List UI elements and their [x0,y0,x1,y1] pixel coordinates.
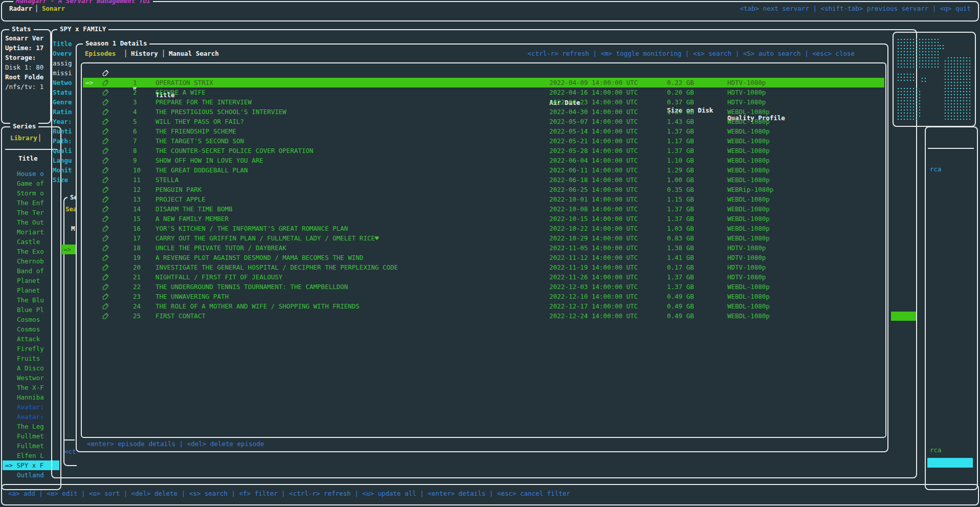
episode-number: 22 [133,282,141,292]
monitored-tag-icon[interactable] [102,128,109,135]
episode-row[interactable]: 9SHOW OFF HOW IN LOVE YOU ARE2022-06-04 … [83,156,884,165]
monitored-tag-icon[interactable] [102,196,109,203]
monitored-tag-icon[interactable] [102,177,109,183]
episode-row[interactable]: 5WILL THEY PASS OR FAIL?2022-05-07 14:00… [83,117,884,126]
monitored-tag-icon[interactable] [102,313,109,319]
episode-size: 1.41 GB [667,253,694,262]
sidebar-series-item[interactable]: Hanniba [17,392,44,402]
seasons-selected-row-fragment[interactable]: => [62,245,76,254]
sidebar-series-item[interactable]: Band of [17,266,44,276]
sidebar-series-item[interactable]: Storm o [17,188,44,198]
episode-quality-profile: WEBDL-1080p [727,165,770,175]
monitored-tag-icon[interactable] [102,254,109,261]
sidebar-series-item[interactable]: Elfen L [17,451,44,460]
series-field-label: Genre [53,98,76,106]
episode-row[interactable]: =>1OPERATION STRIX2022-04-09 14:00:00 UT… [83,78,884,87]
monitored-tag-icon[interactable] [102,245,109,251]
episode-row[interactable]: 24THE ROLE OF A MOTHER AND WIFE / SHOPPI… [83,301,884,311]
monitored-tag-icon[interactable] [102,215,109,222]
episode-row[interactable]: 3PREPARE FOR THE INTERVIEW2022-04-23 14:… [83,97,884,107]
sidebar-series-item[interactable]: House o [17,169,44,179]
episode-size: 0.37 GB [667,97,694,107]
series-field-label: Quali [53,147,76,155]
episode-row[interactable]: 11STELLA2022-06-18 14:00:00 UTC1.00 GBWE… [83,175,884,185]
sidebar-series-item[interactable]: Blue Pl [17,305,44,315]
episode-row[interactable]: 7THE TARGET'S SECOND SON2022-05-21 14:00… [83,136,884,146]
sidebar-series-item[interactable]: The Out [17,217,44,227]
monitored-tag-icon[interactable] [102,235,109,241]
episode-row[interactable]: 6THE FRIENDSHIP SCHEME2022-05-14 14:00:0… [83,126,884,136]
tab-episodes[interactable]: Episodes [85,50,116,57]
monitored-tag-icon[interactable] [102,283,109,290]
monitored-tag-icon[interactable] [102,186,109,193]
monitored-tag-icon[interactable] [102,303,109,310]
monitored-tag-icon[interactable] [102,79,109,86]
tab-history[interactable]: History [131,50,158,57]
monitored-tag-icon[interactable] [102,157,109,164]
sidebar-series-item[interactable]: Chernob [17,256,44,266]
episode-row[interactable]: 19A REVENGE PLOT AGAINST DESMOND / MAMA … [83,253,884,262]
episode-row[interactable]: 18UNCLE THE PRIVATE TUTOR / DAYBREAK2022… [83,243,884,253]
episode-row[interactable]: 16YOR'S KITCHEN / THE INFORMANT'S GREAT … [83,224,884,233]
episode-row[interactable]: 23THE UNWAVERING PATH2022-12-10 14:00:00… [83,292,884,301]
episode-row[interactable]: 10THE GREAT DODGEBALL PLAN2022-06-11 14:… [83,165,884,175]
tab-sonarr[interactable]: Sonarr [42,5,65,12]
monitored-tag-icon[interactable] [102,108,109,115]
tab-manual-search[interactable]: Manual Search [169,50,219,57]
episode-row[interactable]: 21NIGHTFALL / FIRST FIT OF JEALOUSY2022-… [83,272,884,282]
episode-row[interactable]: 15A NEW FAMILY MEMBER2022-10-15 14:00:00… [83,214,884,224]
episode-row[interactable]: 13PROJECT APPLE2022-10-01 14:00:00 UTC1.… [83,194,884,204]
monitored-tag-icon[interactable] [102,138,109,144]
sidebar-series-item[interactable]: Avatar: [17,402,44,412]
monitored-tag-icon[interactable] [102,274,109,280]
episode-quality-profile: HDTV-1080p [727,253,766,262]
episode-title: THE FRIENDSHIP SCHEME [155,126,236,136]
selected-row-marker: => [85,78,93,87]
episode-row[interactable]: 8THE COUNTER-SECRET POLICE COVER OPERATI… [83,146,884,156]
monitored-tag-icon[interactable] [102,264,109,271]
sidebar-series-item[interactable]: The Ter [17,208,44,217]
sidebar-series-item[interactable]: The Leg [17,422,44,431]
sidebar-series-item[interactable]: Firefly [17,344,44,354]
sidebar-series-item[interactable]: Outland [17,470,44,480]
stats-line: Sonarr Ver [5,34,43,42]
sidebar-series-item[interactable]: Castle [17,237,40,247]
monitored-tag-icon[interactable] [102,99,109,105]
sidebar-series-item[interactable]: Cosmos [17,315,40,324]
episode-row[interactable]: 22THE UNDERGROUND TENNIS TOURNAMENT: THE… [83,282,884,292]
monitored-tag-icon[interactable] [102,167,109,173]
tab-library[interactable]: Library [10,134,37,142]
monitored-tag-icon[interactable] [102,293,109,300]
episode-row[interactable]: 14DISARM THE TIME BOMB2022-10-08 14:00:0… [83,204,884,214]
tab-radarr[interactable]: Radarr [9,5,32,12]
sidebar-series-item[interactable]: Game of [17,179,44,188]
sidebar-series-item[interactable]: Fruits [17,354,40,363]
sidebar-series-item[interactable]: Avatar: [17,412,44,422]
series-table-right-panel [925,126,978,490]
monitored-tag-icon[interactable] [102,147,109,154]
monitored-tag-icon[interactable] [102,89,109,96]
sidebar-series-item[interactable]: Cosmos [17,324,40,334]
monitored-tag-icon[interactable] [102,225,109,232]
episode-row[interactable]: 12PENGUIN PARK2022-06-25 14:00:00 UTC0.3… [83,185,884,194]
episode-air-date: 2022-12-17 14:00:00 UTC [549,301,638,311]
episode-row[interactable]: 2SECURE A WIFE2022-04-16 14:00:00 UTC0.2… [83,87,884,97]
sidebar-series-item[interactable]: Fullmet [17,431,44,441]
monitored-tag-icon[interactable] [102,118,109,125]
sidebar-series-item[interactable]: A Disco [17,363,44,373]
sidebar-series-item[interactable]: Westwor [17,373,44,383]
sidebar-series-item[interactable]: Planet [17,285,40,295]
episode-row[interactable]: 4THE PRESTIGIOUS SCHOOL'S INTERVIEW2022-… [83,107,884,117]
monitored-tag-icon[interactable] [102,206,109,212]
sidebar-series-item[interactable]: Moriart [17,227,44,237]
episode-row[interactable]: 17CARRY OUT THE GRIFFIN PLAN / FULLMETAL… [83,233,884,243]
sidebar-series-item[interactable]: Attack [17,334,40,344]
episode-row[interactable]: 20INVESTIGATE THE GENERAL HOSPITAL / DEC… [83,262,884,272]
sidebar-series-item[interactable]: Fullmet [17,441,44,451]
sidebar-series-item[interactable]: The Enf [17,198,44,208]
sidebar-series-item[interactable]: The Blu [17,295,44,305]
sidebar-series-item[interactable]: The Exo [17,247,44,256]
sidebar-series-item[interactable]: Planet [17,276,40,285]
episode-row[interactable]: 25FIRST CONTACT2022-12-24 14:00:00 UTC0.… [83,311,884,321]
sidebar-series-item[interactable]: The X-F [17,383,44,392]
